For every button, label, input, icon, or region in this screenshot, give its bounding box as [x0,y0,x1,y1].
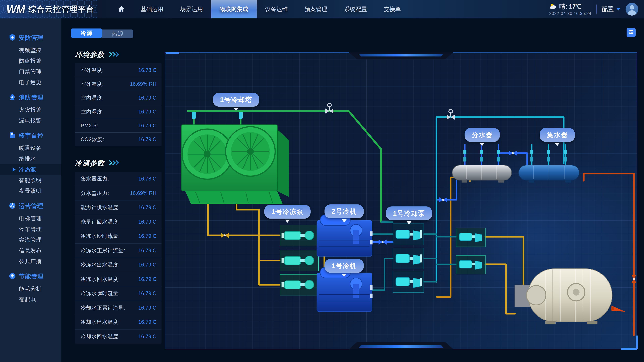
equipment-label-分水器[interactable]: 分水器 [464,128,500,142]
sidebar-item-漏电报警[interactable]: 漏电报警 [0,115,61,126]
param-value: 16.79 C [138,262,156,268]
sidebar-item-电梯管理[interactable]: 电梯管理 [0,213,61,224]
sidebar-item-label: 冷热源 [19,166,36,173]
param-value: 16.79 C [138,319,156,325]
shield-icon [9,34,16,42]
param-label: 冷却水回水温度: [81,333,120,340]
active-arrow-icon [12,167,16,172]
param-row: 冷却水出水温度:16.79 C [75,315,162,330]
param-value: 16.78 C [138,176,156,182]
weather-icon [549,3,557,10]
param-row: 能力计供水温度:16.79 C [75,200,162,215]
sidebar-group: 运营管理电梯管理停车管理客流管理信息发布公共广播 [0,199,61,267]
sidebar-item-label: 给排水 [19,155,36,163]
chevron-down-icon [616,8,620,10]
sidebar-group-安防管理[interactable]: 安防管理 [0,30,61,45]
param-label: 冷冻水瞬时流量: [81,290,120,297]
home-icon [118,5,125,13]
nav-item-设备运维[interactable]: 设备运维 [256,0,296,18]
sidebar-item-信息发布[interactable]: 信息发布 [0,245,61,256]
section-title-text: 环境参数 [75,50,104,59]
param-label: 能量计回水温度: [81,218,120,225]
sidebar-item-智能照明[interactable]: 智能照明 [0,175,61,186]
nav-item-场景运用[interactable]: 场景运用 [172,0,211,18]
sidebar-item-公共广播[interactable]: 公共广播 [0,256,61,267]
sidebar-item-门禁管理[interactable]: 门禁管理 [0,66,61,77]
nav-item-交接单[interactable]: 交接单 [375,0,409,18]
avatar[interactable] [626,3,638,15]
sidebar-item-停车管理[interactable]: 停车管理 [0,224,61,235]
sidebar-item-label: 视频监控 [19,46,42,54]
sidebar-item-防盗报警[interactable]: 防盗报警 [0,56,61,66]
param-row: 冷却水正累计流量:16.79 C [75,301,162,315]
param-value: 16.79 C [138,95,156,101]
water-distributor [452,165,512,183]
page-title: 综合云控管理平台 [28,4,94,14]
panel-corner-accent [636,336,638,349]
param-value: 16.79 C [138,219,156,225]
param-row: 室内温度:16.79 C [75,91,162,105]
sidebar-item-暖通设备[interactable]: 暖通设备 [0,143,61,153]
param-value: 16.79 C [138,204,156,211]
equipment-label-1号冷冻泵[interactable]: 1号冷冻泵 [264,205,310,219]
sidebar-item-夜景照明[interactable]: 夜景照明 [0,186,61,196]
cooling-water-pumps [393,224,424,293]
parameter-panel: 冷源热源 环境参数室外温度:16.78 C室外湿度:16.69% RH室内温度:… [71,28,162,344]
tab-热源[interactable]: 热源 [102,29,133,38]
collapse-icon [628,29,634,36]
sidebar-group-消防管理[interactable]: 消防管理 [0,90,61,105]
sidebar-item-视频监控[interactable]: 视频监控 [0,45,61,56]
sidebar-item-label: 能耗分析 [19,285,42,293]
nav-item-预案管理[interactable]: 预案管理 [296,0,336,18]
section-title-text: 冷源参数 [75,159,104,168]
panel-corner-accent [166,52,179,54]
config-label: 配置 [602,5,614,13]
param-label: CO2浓度: [81,136,104,143]
main-content: 冷源热源 环境参数室外温度:16.78 C室外湿度:16.69% RH室内温度:… [61,18,644,362]
param-value: 16.69% RH [130,190,156,196]
sidebar-item-label: 夜景照明 [19,187,42,195]
param-row: 分水器压力:16.69% RH [75,186,162,201]
network-icon [9,202,16,210]
sidebar-item-电子巡更[interactable]: 电子巡更 [0,77,61,88]
hydrant-icon [9,93,16,101]
equipment-label-1号冷机[interactable]: 1号冷机 [324,259,364,273]
weather-text: 晴: 17℃ [559,2,581,11]
sidebar-group-节能管理[interactable]: 节能管理 [0,269,61,284]
equipment-label-1号冷却泵[interactable]: 1号冷却泵 [386,206,432,220]
nav-item-物联网集成[interactable]: 物联网集成 [211,0,256,18]
param-row: 能量计回水温度:16.79 C [75,215,162,229]
panel-corner-accent [621,348,637,350]
equipment-label-集水器[interactable]: 集水器 [540,128,575,142]
sidebar-group: 消防管理火灾报警漏电报警 [0,90,61,126]
config-dropdown[interactable]: 配置 [602,5,620,13]
sidebar-item-变配电[interactable]: 变配电 [0,294,61,305]
param-label: 能力计供水温度: [81,204,120,211]
param-row: 室外温度:16.78 C [75,63,162,77]
sidebar-group-运营管理[interactable]: 运营管理 [0,199,61,213]
sidebar-item-label: 电梯管理 [19,215,42,222]
sidebar-item-给排水[interactable]: 给排水 [0,153,61,164]
section-title-冷源参数: 冷源参数 [71,159,162,167]
param-row: 冷冻水正累计流量:16.79 C [75,244,162,258]
tab-冷源[interactable]: 冷源 [71,28,102,38]
sidebar-item-客流管理[interactable]: 客流管理 [0,235,61,245]
nav-item-系统配置[interactable]: 系统配置 [336,0,375,18]
top-nav: 基础运用场景运用物联网集成设备运维预案管理系统配置交接单 [111,0,409,18]
sidebar-item-火灾报警[interactable]: 火灾报警 [0,105,61,115]
equipment-label-2号冷机[interactable]: 2号冷机 [324,204,364,218]
panel-top-decoration [349,52,453,59]
nav-item-基础运用[interactable]: 基础运用 [132,0,172,18]
param-value: 16.79 C [138,248,156,254]
param-value: 16.79 C [138,276,156,282]
collapse-panel-button[interactable] [626,28,636,37]
sidebar-item-冷热源[interactable]: 冷热源 [0,164,61,175]
equipment-label-1号冷却塔[interactable]: 1号冷却塔 [213,93,259,107]
nav-home[interactable] [111,0,132,18]
app-root: WM 综合云控管理平台 基础运用场景运用物联网集成设备运维预案管理系统配置交接单 [0,0,644,362]
sidebar-item-能耗分析[interactable]: 能耗分析 [0,284,61,294]
sidebar-group-label: 节能管理 [19,273,44,280]
datetime-text: 2022-04-30 16:35:24 [549,11,591,16]
param-label: 冷冻水出水温度: [81,261,120,268]
sidebar-group-楼宇自控[interactable]: 楼宇自控 [0,128,61,143]
